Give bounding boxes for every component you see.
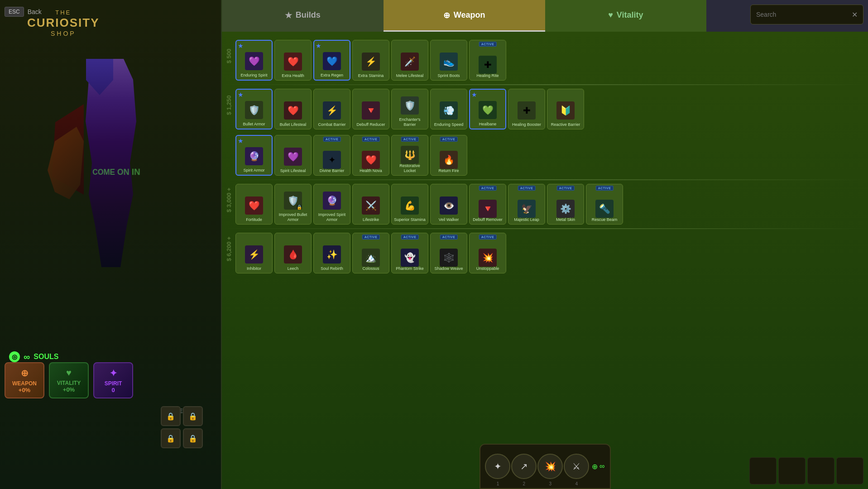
lock-icon-4: 🔒 <box>188 434 197 443</box>
souls-spirit-icon: ⊕ <box>592 462 598 471</box>
sprint-boots-icon: 👟 <box>440 53 458 71</box>
tab-builds[interactable]: ★ Builds <box>222 0 384 32</box>
item-divine-barrier[interactable]: ACTIVE ✦ Divine Barrier <box>313 135 350 176</box>
item-fortitude[interactable]: ❤️ Fortitude <box>235 184 273 225</box>
improved-spirit-armor-name: Improved Spirit Armor <box>316 212 348 222</box>
small-slot-3 <box>807 457 834 484</box>
item-debuff-reducer[interactable]: 🔻 Debuff Reducer <box>352 89 389 129</box>
tab-weapon[interactable]: ⊕ Weapon <box>384 0 545 32</box>
active-label: ACTIVE <box>596 186 614 191</box>
item-veil-walker[interactable]: 👁️ Veil Walker <box>430 184 467 225</box>
item-icon-area: 🕸️ <box>438 244 460 265</box>
item-health-nova[interactable]: ACTIVE ❤️ Health Nova <box>352 135 389 176</box>
tier-500: $ 500 ★ 💜 Enduring Spirit ❤️ Extra Healt… <box>222 38 868 82</box>
ability-slot-3[interactable]: 💥 3 <box>537 454 563 479</box>
active-label: ACTIVE <box>440 235 458 240</box>
item-soul-rebirth[interactable]: ✨ Soul Rebirth <box>313 233 350 273</box>
item-melee-lifesteal[interactable]: 🗡️ Melee Lifesteal <box>391 40 428 81</box>
item-bullet-lifesteal[interactable]: ❤️ Bullet Lifesteal <box>274 89 312 129</box>
item-unstoppable[interactable]: ACTIVE 💥 Unstoppable <box>469 233 506 273</box>
item-extra-health[interactable]: ❤️ Extra Health <box>274 40 312 81</box>
item-icon-area: ✚ <box>516 100 537 121</box>
item-combat-barrier[interactable]: ⚡ Combat Barrier <box>313 89 350 129</box>
item-debuff-remover[interactable]: ACTIVE 🔻 Debuff Remover <box>469 184 506 225</box>
tab-vitality[interactable]: ♥ Vitality <box>545 0 707 32</box>
ability-1-icon: ✦ <box>494 461 502 472</box>
restorative-locket-name: Restorative Locket <box>393 163 426 173</box>
star-icon: ★ <box>238 91 244 98</box>
item-lifestrike[interactable]: ⚔️ Lifestrike <box>352 184 389 225</box>
search-input[interactable] <box>756 11 848 18</box>
ability-2-key: 2 <box>523 481 526 486</box>
divine-barrier-name: Divine Barrier <box>320 168 345 173</box>
item-enduring-spirit[interactable]: ★ 💜 Enduring Spirit <box>235 40 273 81</box>
item-icon-area: 💪 <box>399 195 421 216</box>
enchanters-barrier-icon: 🛡️ <box>401 96 419 115</box>
item-sprint-boots[interactable]: 👟 Sprint Boots <box>430 40 467 81</box>
item-improved-spirit-armor[interactable]: 🔮 Improved Spirit Armor <box>313 184 350 225</box>
item-spirit-armor[interactable]: ★ 🔮 Spirit Armor <box>235 135 273 176</box>
item-metal-skin[interactable]: ACTIVE ⚙️ Metal Skin <box>547 184 584 225</box>
ability-slot-4[interactable]: ⚔ 4 <box>564 454 589 479</box>
item-bullet-armor[interactable]: ★ 🛡️ Bullet Armor <box>235 89 273 129</box>
souls-bar: ◎ ∞ SOULS <box>9 351 58 362</box>
health-nova-icon: ❤️ <box>362 151 380 169</box>
lifestrike-icon: ⚔️ <box>362 197 380 215</box>
item-superior-stamina[interactable]: 💪 Superior Stamina <box>391 184 428 225</box>
item-healing-rite[interactable]: ACTIVE ✚ Healing Rite <box>469 40 506 81</box>
item-leech[interactable]: 🩸 Leech <box>274 233 312 273</box>
flex-slot-4: 🔒 <box>183 428 203 448</box>
item-enchanters-barrier[interactable]: 🛡️ Enchanter's Barrier <box>391 89 428 129</box>
item-icon-area: ⚙️ <box>555 195 576 216</box>
item-spirit-lifesteal[interactable]: 💜 Spirit Lifesteal <box>274 135 312 176</box>
item-extra-regen[interactable]: ★ 💙 Extra Regen <box>313 40 350 81</box>
active-label: ACTIVE <box>362 137 380 142</box>
unstoppable-icon: 💥 <box>479 249 497 267</box>
extra-regen-name: Extra Regen <box>321 73 343 78</box>
item-icon-area: ⚡ <box>360 51 382 72</box>
ability-bar: ✦ 1 ↗ 2 💥 3 ⚔ 4 ⊕ ∞ <box>480 444 611 489</box>
main-content: ★ Builds ⊕ Weapon ♥ Vitality ✦ Spirit ✕ … <box>222 0 868 489</box>
bullet-lifesteal-name: Bullet Lifesteal <box>280 122 307 127</box>
inhibitor-icon: ⚡ <box>245 245 263 264</box>
item-shadow-weave[interactable]: ACTIVE 🕸️ Shadow Weave <box>430 233 467 273</box>
item-icon-area: 🔦 <box>594 195 615 216</box>
item-restorative-locket[interactable]: ACTIVE 🔱 Restorative Locket <box>391 135 428 176</box>
esc-button[interactable]: ESC <box>5 7 24 17</box>
item-colossus[interactable]: ACTIVE 🏔️ Colossus <box>352 233 389 273</box>
fortitude-icon: ❤️ <box>245 197 263 215</box>
star-icon: ★ <box>471 91 477 98</box>
weapon-stat: ⊕ WEAPON +0% <box>5 362 44 398</box>
bullet-armor-name: Bullet Armor <box>243 122 265 127</box>
item-inhibitor[interactable]: ⚡ Inhibitor <box>235 233 273 273</box>
tier-1250-a: $ 1,250 ★ 🛡️ Bullet Armor ❤️ Bullet Life… <box>222 87 868 131</box>
come-on-in-sign: COME ON IN <box>92 167 140 177</box>
item-phantom-strike[interactable]: ACTIVE 👻 Phantom Strike <box>391 233 428 273</box>
healing-booster-icon: ✚ <box>518 101 536 120</box>
item-enduring-speed[interactable]: 💨 Enduring Speed <box>430 89 467 129</box>
active-label: ACTIVE <box>557 186 575 191</box>
separator-1 <box>222 84 868 85</box>
item-reactive-barrier[interactable]: 🔰 Reactive Barrier <box>547 89 584 129</box>
logo-the: THE <box>27 9 100 16</box>
ability-slot-1[interactable]: ✦ 1 <box>485 454 510 479</box>
item-majestic-leap[interactable]: ACTIVE 🦅 Majestic Leap <box>508 184 545 225</box>
item-extra-stamina[interactable]: ⚡ Extra Stamina <box>352 40 389 81</box>
item-improved-bullet-armor[interactable]: 🛡️🔒 Improved Bullet Armor <box>274 184 312 225</box>
search-close-icon[interactable]: ✕ <box>852 10 858 19</box>
tier-1250-label: $ 1,250 <box>222 87 235 123</box>
item-icon-area: ⚔️ <box>360 195 382 216</box>
leech-name: Leech <box>288 266 299 271</box>
divine-barrier-icon: ✦ <box>323 151 341 169</box>
healbane-name: Healbane <box>479 122 497 127</box>
active-label: ACTIVE <box>479 42 497 47</box>
ability-slot-2[interactable]: ↗ 2 <box>511 454 537 479</box>
item-return-fire[interactable]: ACTIVE 🔥 Return Fire <box>430 135 467 176</box>
item-healing-booster[interactable]: ✚ Healing Booster <box>508 89 545 129</box>
item-healbane[interactable]: ★ 💚 Healbane <box>469 89 506 129</box>
weapon-tab-icon: ⊕ <box>443 10 450 20</box>
item-rescue-beam[interactable]: ACTIVE 🔦 Rescue Beam <box>586 184 623 225</box>
active-label: ACTIVE <box>518 186 536 191</box>
item-icon-area: ✨ <box>321 244 343 265</box>
colossus-name: Colossus <box>362 266 379 271</box>
